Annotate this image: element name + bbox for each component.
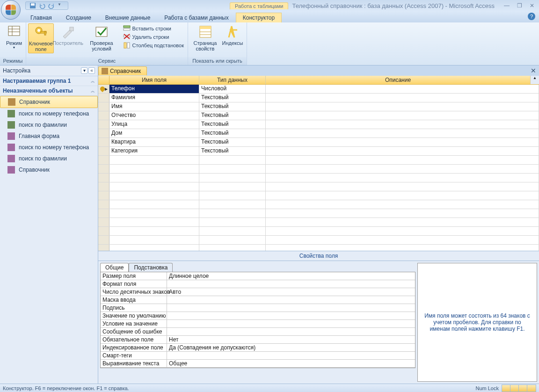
description-cell[interactable] [266, 129, 539, 138]
field-name-cell[interactable] [109, 165, 199, 173]
nav-pane-header[interactable]: Настройка ▾« [0, 65, 98, 76]
property-value[interactable]: Да (Совпадения не допускаются) [167, 344, 415, 351]
nav-group-unassigned[interactable]: Неназначенные объекты︽ [0, 86, 98, 96]
document-tab[interactable]: Справочник [98, 66, 147, 75]
property-value[interactable]: Нет [167, 336, 415, 343]
close-button[interactable]: ✕ [529, 2, 535, 9]
table-row[interactable]: КвартираТекстовый [98, 138, 539, 147]
property-row[interactable]: Выравнивание текстаОбщее [101, 360, 415, 368]
property-row[interactable]: Сообщение об ошибке [101, 328, 415, 336]
table-row[interactable] [98, 200, 539, 209]
table-row[interactable]: ИмяТекстовый [98, 102, 539, 111]
data-type-cell[interactable] [199, 165, 266, 173]
data-type-cell[interactable]: Текстовый [199, 147, 266, 155]
property-value[interactable] [167, 320, 415, 327]
table-row[interactable] [98, 218, 539, 227]
table-row[interactable] [98, 165, 539, 174]
description-cell[interactable] [266, 120, 539, 129]
redo-icon[interactable] [48, 2, 55, 9]
table-row[interactable]: ФамилияТекстовый [98, 94, 539, 102]
row-selector[interactable] [98, 147, 109, 155]
prop-tab-general[interactable]: Общие [100, 263, 129, 272]
description-cell[interactable] [266, 209, 539, 218]
nav-item[interactable]: поиск по номеру телефона [0, 108, 98, 119]
table-row[interactable]: КатегорияТекстовый [98, 147, 539, 156]
tab-home[interactable]: Главная [23, 13, 59, 22]
restore-button[interactable]: ❐ [516, 2, 523, 9]
table-row[interactable] [98, 191, 539, 200]
prop-tab-lookup[interactable]: Подстановка [129, 263, 173, 272]
column-header-description[interactable]: Описание [266, 76, 531, 84]
tab-dbtools[interactable]: Работа с базами данных [157, 13, 235, 22]
table-row[interactable]: УлицаТекстовый [98, 120, 539, 129]
row-selector[interactable] [98, 138, 109, 146]
property-row[interactable]: Число десятичных знаковАвто [101, 288, 415, 296]
table-row[interactable]: ДомТекстовый [98, 129, 539, 138]
undo-icon[interactable] [39, 2, 45, 9]
row-selector[interactable] [98, 191, 109, 200]
data-type-cell[interactable]: Текстовый [199, 129, 266, 138]
test-rules-button[interactable]: Проверка условий [82, 23, 121, 52]
data-type-cell[interactable] [199, 182, 266, 191]
data-type-cell[interactable] [199, 200, 266, 209]
data-type-cell[interactable] [199, 156, 266, 164]
data-type-cell[interactable] [199, 245, 266, 251]
nav-dropdown-icon[interactable]: ▾ [81, 67, 87, 74]
field-name-cell[interactable]: Фамилия [109, 94, 199, 102]
row-selector[interactable] [98, 156, 109, 164]
document-close-button[interactable]: ✕ [528, 67, 539, 74]
minimize-button[interactable]: — [503, 2, 510, 9]
table-row[interactable] [98, 236, 539, 245]
description-cell[interactable] [266, 94, 539, 102]
description-cell[interactable] [266, 165, 539, 173]
scrollbar-up-icon[interactable]: ▲ [531, 76, 539, 84]
row-selector[interactable] [98, 245, 109, 251]
indexes-button[interactable]: Индексы [220, 23, 245, 47]
builder-button[interactable]: Построитель [54, 23, 82, 47]
property-row[interactable]: Смарт-теги [101, 352, 415, 360]
nav-item[interactable]: Главная форма [0, 131, 98, 142]
table-row[interactable] [98, 209, 539, 218]
property-value[interactable] [167, 312, 415, 319]
description-cell[interactable] [266, 182, 539, 191]
description-cell[interactable] [266, 156, 539, 164]
property-value[interactable] [167, 296, 415, 304]
data-type-cell[interactable] [199, 209, 266, 218]
field-name-cell[interactable] [109, 227, 199, 235]
property-value[interactable] [167, 352, 415, 359]
field-name-cell[interactable]: Квартира [109, 138, 199, 146]
data-type-cell[interactable]: Текстовый [199, 138, 266, 146]
tab-external[interactable]: Внешние данные [98, 13, 158, 22]
field-name-cell[interactable] [109, 156, 199, 164]
field-name-cell[interactable] [109, 245, 199, 251]
field-name-cell[interactable] [109, 174, 199, 182]
field-name-cell[interactable]: Улица [109, 120, 199, 129]
tab-create[interactable]: Создание [59, 13, 98, 22]
field-name-cell[interactable] [109, 191, 199, 200]
data-type-cell[interactable]: Текстовый [199, 94, 266, 102]
description-cell[interactable] [266, 227, 539, 235]
data-type-cell[interactable]: Текстовый [199, 120, 266, 129]
data-type-cell[interactable] [199, 236, 266, 244]
description-cell[interactable] [266, 191, 539, 200]
data-type-cell[interactable]: Текстовый [199, 102, 266, 111]
property-value[interactable] [167, 328, 415, 335]
description-cell[interactable] [266, 174, 539, 182]
field-name-cell[interactable]: Телефон [109, 85, 199, 93]
field-name-cell[interactable]: Отчество [109, 111, 199, 120]
help-icon[interactable]: ? [528, 13, 535, 20]
table-row[interactable] [98, 182, 539, 191]
field-name-cell[interactable] [109, 236, 199, 244]
qat-dropdown-icon[interactable]: ▼ [58, 2, 64, 9]
delete-rows-button[interactable]: Удалить строки [121, 33, 186, 41]
row-selector[interactable] [98, 182, 109, 191]
property-row[interactable]: Размер поляДлинное целое [101, 272, 415, 280]
description-cell[interactable] [266, 138, 539, 146]
field-name-cell[interactable]: Имя [109, 102, 199, 111]
column-header-fieldname[interactable]: Имя поля [109, 76, 199, 84]
row-selector[interactable] [98, 218, 109, 226]
insert-rows-button[interactable]: Вставить строки [121, 24, 186, 33]
nav-group-custom[interactable]: Настраиваемая группа 1︽ [0, 76, 98, 86]
table-row[interactable] [98, 227, 539, 236]
field-name-cell[interactable] [109, 200, 199, 209]
